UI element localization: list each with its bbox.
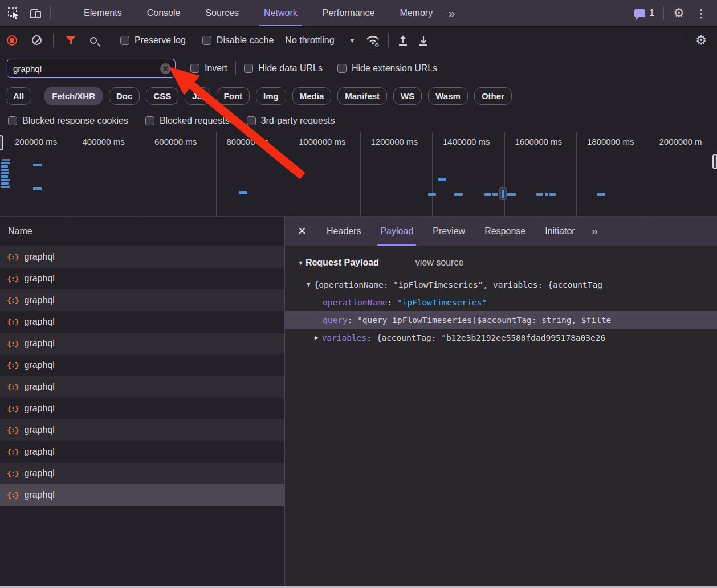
- checkbox-icon: [120, 36, 129, 45]
- clear-filter-icon[interactable]: ✕: [160, 63, 171, 74]
- network-overview-timeline[interactable]: 200000 ms 400000 ms 600000 ms 800000 ms …: [0, 132, 717, 217]
- timeline-request-bar: [428, 193, 436, 196]
- tab-initiator[interactable]: Initiator: [535, 217, 584, 246]
- export-har-icon[interactable]: [417, 34, 430, 47]
- blocked-response-cookies-checkbox[interactable]: Blocked response cookies: [8, 116, 128, 126]
- tab-sources[interactable]: Sources: [193, 0, 251, 26]
- chip-font[interactable]: Font: [217, 87, 250, 105]
- timeline-request-bar: [597, 193, 605, 196]
- request-row[interactable]: {∶}graphql: [0, 289, 284, 311]
- more-tabs-icon[interactable]: »: [445, 7, 457, 20]
- timeline-request-bar: [549, 193, 556, 196]
- chip-all[interactable]: All: [6, 87, 31, 105]
- tab-performance[interactable]: Performance: [310, 0, 388, 26]
- chip-fetch-xhr[interactable]: Fetch/XHR: [44, 87, 103, 105]
- timeline-tick: 200000 ms: [0, 132, 72, 216]
- search-icon[interactable]: [90, 37, 97, 44]
- timeline-tick: 1000000 ms: [288, 132, 361, 216]
- third-party-requests-checkbox[interactable]: 3rd-party requests: [247, 116, 335, 126]
- request-row[interactable]: {∶}graphql: [0, 419, 284, 441]
- tab-payload[interactable]: Payload: [370, 217, 423, 246]
- fetch-xhr-icon: {∶}: [7, 491, 18, 500]
- chip-manifest[interactable]: Manifest: [337, 87, 387, 105]
- view-source-link[interactable]: view source: [415, 258, 463, 268]
- payload-variables-row[interactable]: ▶variables: {accountTag: "b12e3b2192ee55…: [285, 329, 717, 346]
- chip-wasm[interactable]: Wasm: [428, 87, 468, 105]
- issues-counter[interactable]: 1: [634, 8, 654, 18]
- chip-doc[interactable]: Doc: [109, 87, 140, 105]
- close-icon[interactable]: ✕: [285, 224, 317, 238]
- throttling-select[interactable]: No throttling ▼: [285, 35, 355, 46]
- tab-console[interactable]: Console: [135, 0, 193, 26]
- fetch-xhr-icon: {∶}: [7, 340, 18, 348]
- clear-network-log-icon[interactable]: [32, 35, 42, 45]
- filter-input[interactable]: graphql ✕: [7, 59, 176, 78]
- expand-triangle-icon[interactable]: ▶: [315, 334, 319, 341]
- tab-preview[interactable]: Preview: [423, 217, 475, 246]
- tab-elements[interactable]: Elements: [71, 0, 135, 26]
- timeline-request-bar: [507, 193, 516, 196]
- checkbox-icon: [202, 36, 211, 45]
- settings-gear-icon[interactable]: ⚙: [673, 7, 685, 19]
- blocked-requests-checkbox[interactable]: Blocked requests: [145, 116, 230, 126]
- fetch-xhr-icon: {∶}: [7, 253, 18, 262]
- fetch-xhr-icon: {∶}: [7, 383, 18, 391]
- chip-css[interactable]: CSS: [146, 87, 178, 105]
- preserve-log-checkbox[interactable]: Preserve log: [120, 35, 186, 46]
- timeline-request-bar: [1, 186, 10, 188]
- tab-headers[interactable]: Headers: [317, 217, 370, 246]
- device-toolbar-icon[interactable]: [28, 7, 42, 19]
- inspect-element-icon[interactable]: [7, 6, 21, 20]
- invert-checkbox[interactable]: Invert: [190, 63, 227, 74]
- collapse-triangle-icon[interactable]: ▼: [307, 281, 311, 288]
- filter-funnel-icon[interactable]: [65, 35, 76, 46]
- chip-media[interactable]: Media: [292, 87, 332, 105]
- more-detail-tabs-icon[interactable]: »: [588, 224, 600, 238]
- timeline-request-bar: [484, 193, 491, 196]
- tab-network[interactable]: Network: [251, 0, 310, 26]
- name-column-header[interactable]: Name: [0, 217, 284, 246]
- network-conditions-icon[interactable]: ⚙: [365, 34, 380, 47]
- timeline-handle-left[interactable]: [0, 135, 3, 150]
- chip-img[interactable]: Img: [256, 87, 286, 105]
- payload-preview-row[interactable]: ▼{operationName: "ipFlowTimeseries", var…: [285, 276, 717, 293]
- request-detail-panel: ✕ Headers Payload Preview Response Initi…: [285, 217, 717, 588]
- request-row[interactable]: {∶}graphql: [0, 463, 284, 484]
- timeline-request-bar: [502, 190, 504, 198]
- request-row[interactable]: {∶}graphql: [0, 376, 284, 398]
- checkbox-icon: [337, 64, 347, 73]
- request-payload-title: Request Payload: [305, 258, 379, 268]
- request-row[interactable]: {∶}graphql: [0, 398, 284, 419]
- hide-data-urls-checkbox[interactable]: Hide data URLs: [244, 63, 323, 74]
- request-row[interactable]: {∶}graphql: [0, 246, 284, 268]
- divider: [235, 62, 236, 75]
- payload-view: ▼ Request Payload view source ▼{operatio…: [285, 246, 717, 350]
- payload-query-row[interactable]: query: "query ipFlowTimeseries($accountT…: [285, 311, 717, 329]
- hide-extension-urls-checkbox[interactable]: Hide extension URLs: [337, 63, 437, 74]
- import-har-icon[interactable]: [397, 34, 409, 47]
- fetch-xhr-icon: {∶}: [7, 296, 18, 305]
- kebab-menu-icon[interactable]: ⋮: [694, 7, 709, 20]
- request-row[interactable]: {∶}graphql: [0, 441, 284, 463]
- payload-operation-row[interactable]: operationName: "ipFlowTimeseries": [285, 293, 717, 311]
- timeline-tick: 2000000 m: [649, 132, 717, 216]
- chip-ws[interactable]: WS: [393, 87, 422, 105]
- request-row[interactable]: {∶}graphql: [0, 268, 284, 289]
- request-row-selected[interactable]: {∶}graphql: [0, 484, 284, 506]
- request-row[interactable]: {∶}graphql: [0, 311, 284, 333]
- tab-memory[interactable]: Memory: [387, 0, 445, 26]
- chip-other[interactable]: Other: [474, 87, 512, 105]
- main-tabs: Elements Console Sources Network Perform…: [71, 0, 457, 26]
- network-settings-gear-icon[interactable]: ⚙: [695, 34, 707, 47]
- request-row[interactable]: {∶}graphql: [0, 354, 284, 376]
- checkbox-icon: [190, 64, 199, 73]
- timeline-handle-right[interactable]: [712, 154, 717, 169]
- disable-cache-checkbox[interactable]: Disable cache: [202, 35, 274, 46]
- checkbox-icon: [244, 64, 253, 73]
- chip-js[interactable]: JS: [185, 87, 210, 105]
- tab-response[interactable]: Response: [475, 217, 535, 246]
- request-row[interactable]: {∶}graphql: [0, 333, 284, 354]
- timeline-request-bar: [1, 172, 9, 174]
- collapse-triangle-icon[interactable]: ▼: [298, 259, 304, 266]
- record-stop-icon[interactable]: [7, 35, 17, 46]
